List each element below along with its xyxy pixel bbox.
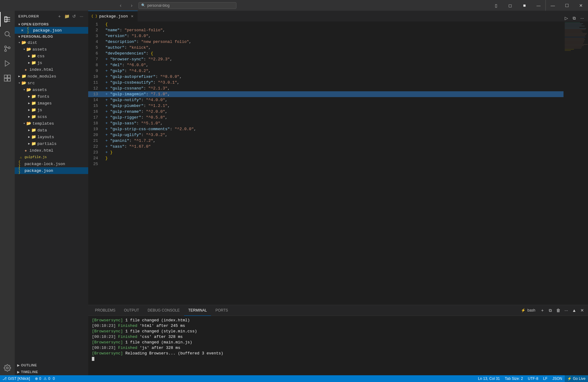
minimize-button[interactable]: — xyxy=(546,0,560,11)
terminal-line-6: [00:10:23] Finished 'js' after 328 ms xyxy=(92,345,584,351)
terminal-content[interactable]: [Browsersync] 1 file changed (index.html… xyxy=(88,316,588,375)
status-git-branch[interactable]: ⎇ GIST [KNiick] xyxy=(0,375,32,382)
sidebar-item-data[interactable]: ▶ 📁 data xyxy=(15,127,88,134)
svg-point-5 xyxy=(8,47,10,49)
code-line-10: 10 + "gulp-autoprefixer": "^8.0.0", xyxy=(88,74,564,80)
panel-tab-output[interactable]: OUTPUT xyxy=(120,305,143,316)
sidebar-item-css[interactable]: ▶ 📁 css xyxy=(15,53,88,59)
sidebar-item-package-lock[interactable]: { } package-lock.json xyxy=(15,161,88,167)
split-editor-button[interactable]: ⧉ xyxy=(571,15,578,21)
more-panel-button[interactable]: ··· xyxy=(563,307,570,314)
svg-rect-16 xyxy=(565,25,582,25)
refresh-button[interactable]: ↺ xyxy=(71,13,77,19)
close-button[interactable]: ✕ xyxy=(574,0,588,11)
sidebar-item-images[interactable]: ▶ 📁 images xyxy=(15,100,88,107)
maximize-panel-button[interactable]: ▲ xyxy=(571,307,578,314)
activity-debug[interactable] xyxy=(0,56,15,71)
activity-extensions[interactable] xyxy=(0,71,15,85)
status-bar: ⎇ GIST [KNiick] ⊗ 0 ⚠ 0 0 Ln 13, Col 31 … xyxy=(0,375,588,382)
activity-explorer[interactable] xyxy=(0,12,15,27)
terminal-line-4: [00:10:23] Finished 'css' after 328 ms xyxy=(92,334,584,340)
folder-js-src-icon: 📁 xyxy=(31,108,36,112)
svg-rect-22 xyxy=(565,32,582,32)
tab-package-json[interactable]: { } package.json ✕ xyxy=(88,11,138,21)
folder-js-dist-icon: 📁 xyxy=(31,60,36,65)
maximize-button[interactable]: ☐ xyxy=(560,0,574,11)
editor-content[interactable]: 1 { 2 "name": "personal-folio", 3 "versi… xyxy=(88,21,588,305)
forward-button[interactable]: › xyxy=(127,2,136,9)
panel-tab-debug-console[interactable]: DEBUG CONSOLE xyxy=(143,305,184,316)
outline-section[interactable]: ▶ OUTLINE xyxy=(15,362,88,369)
panel-tab-problems[interactable]: PROBLEMS xyxy=(91,305,120,316)
status-encoding[interactable]: UTF-8 xyxy=(526,375,541,382)
svg-point-1 xyxy=(5,32,9,36)
close-editor-button[interactable]: ✕ xyxy=(20,28,24,33)
activity-search[interactable] xyxy=(0,27,15,41)
back-button[interactable]: ‹ xyxy=(116,2,125,9)
add-terminal-button[interactable]: + xyxy=(539,307,546,314)
code-editor[interactable]: 1 { 2 "name": "personal-folio", 3 "versi… xyxy=(88,21,564,305)
sidebar-item-index-html-dist[interactable]: ◈ index.html xyxy=(15,66,88,73)
layout-btn-4[interactable]: ⸻ xyxy=(531,0,545,11)
svg-rect-33 xyxy=(565,45,584,46)
sidebar-item-assets-src[interactable]: ▾ 📂 assets xyxy=(15,86,88,93)
explorer-activity-icon xyxy=(4,16,11,23)
sidebar-item-index-html-src[interactable]: ◈ index.html xyxy=(15,147,88,154)
layout-btn-3[interactable]: ◽ xyxy=(517,0,531,11)
sidebar: Explorer + 📁 ↺ ··· ▾ OPEN EDITORS ✕ { } … xyxy=(15,11,88,375)
sidebar-item-fonts[interactable]: ▶ 📁 fonts xyxy=(15,93,88,100)
code-line-18: 18 + "gulp-sass": "^5.1.0", xyxy=(88,120,564,126)
folder-open-icon: 📂 xyxy=(21,40,26,45)
sidebar-item-partials[interactable]: ▶ 📁 partials xyxy=(15,140,88,147)
terminal-cursor-line xyxy=(92,356,584,362)
panel-tab-ports[interactable]: PORTS xyxy=(211,305,232,316)
split-terminal-button[interactable]: ⧉ xyxy=(547,307,554,314)
sidebar-item-src[interactable]: ▾ 📂 src xyxy=(15,80,88,86)
run-button[interactable]: ▷ xyxy=(563,15,570,21)
new-file-button[interactable]: + xyxy=(56,13,62,19)
sidebar-item-js-src[interactable]: ▶ 📁 js xyxy=(15,107,88,113)
svg-point-13 xyxy=(6,367,8,369)
more-actions-button[interactable]: ··· xyxy=(579,15,586,21)
new-folder-button[interactable]: 📁 xyxy=(64,13,70,19)
sidebar-item-layouts[interactable]: ▶ 📁 layouts xyxy=(15,134,88,140)
status-tab-size[interactable]: Tab Size: 2 xyxy=(502,375,525,382)
trash-button[interactable]: 🗑 xyxy=(555,307,562,314)
sidebar-item-package-json[interactable]: { } package.json xyxy=(15,167,88,174)
layout-btn-1[interactable]: ▯ xyxy=(489,0,503,11)
tab-close-button[interactable]: ✕ xyxy=(130,14,134,19)
minimap xyxy=(564,21,588,305)
status-line-ending[interactable]: LF xyxy=(541,375,550,382)
timeline-section[interactable]: ▶ TIMELINE xyxy=(15,369,88,375)
status-go-live[interactable]: ⚡ Go Live xyxy=(565,375,588,382)
folder-node-modules-icon: 📁 xyxy=(21,74,26,79)
sidebar-item-templates[interactable]: ▾ 📂 templates xyxy=(15,120,88,127)
sidebar-item-js-dist[interactable]: ▶ 📁 js xyxy=(15,59,88,66)
sidebar-item-scss[interactable]: ▶ 📁 scss xyxy=(15,113,88,120)
open-editor-item-package-json[interactable]: ✕ { } package.json xyxy=(15,27,88,34)
project-root-section[interactable]: ▾ PERSONAL-BLOG xyxy=(15,34,88,39)
activity-settings[interactable] xyxy=(0,361,15,375)
search-bar[interactable]: 🔍 personal-blog xyxy=(138,2,236,9)
status-errors[interactable]: ⊗ 0 ⚠ 0 0 xyxy=(32,375,57,382)
json-pkg-icon: { } xyxy=(18,168,23,173)
sidebar-item-gulpfile[interactable]: ⚠ gulpfile.js xyxy=(15,154,88,161)
panel-tab-terminal[interactable]: TERMINAL xyxy=(184,305,211,316)
code-line-7: 7 + "browser-sync": "^2.29.3", xyxy=(88,56,564,62)
sidebar-item-assets-dist[interactable]: ▾ 📂 assets xyxy=(15,46,88,53)
layout-btn-2[interactable]: ◻ xyxy=(503,0,517,11)
open-editors-section[interactable]: ▾ OPEN EDITORS xyxy=(15,21,88,27)
status-cursor-position[interactable]: Ln 13, Col 31 xyxy=(476,375,502,382)
tab-file-icon: { } xyxy=(91,14,97,18)
status-language-mode[interactable]: JSON xyxy=(550,375,565,382)
git-branch-icon: ⎇ xyxy=(2,376,7,381)
close-panel-button[interactable]: ✕ xyxy=(579,307,586,314)
code-line-9: 9 + "gulp": "^4.0.2", xyxy=(88,68,564,74)
collapse-button[interactable]: ··· xyxy=(78,13,85,19)
terminal-panel: PROBLEMS OUTPUT DEBUG CONSOLE TERMINAL P… xyxy=(88,305,588,375)
activity-git[interactable] xyxy=(0,41,15,56)
svg-rect-31 xyxy=(565,43,583,43)
sidebar-item-node-modules[interactable]: ▶ 📁 node_modules xyxy=(15,73,88,80)
code-line-19: 19 + "gulp-strip-css-comments": "^2.0.0"… xyxy=(88,126,564,132)
sidebar-item-dist[interactable]: ▾ 📂 dist xyxy=(15,39,88,46)
